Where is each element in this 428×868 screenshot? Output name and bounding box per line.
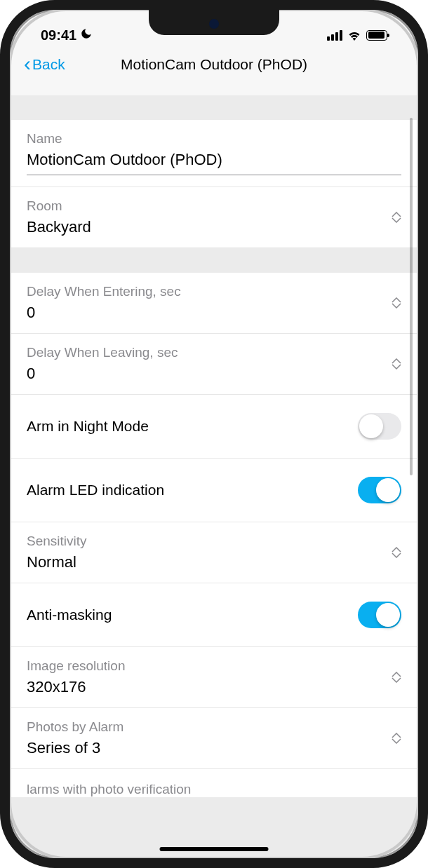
- delay-leave-value: 0: [27, 365, 401, 383]
- delay-enter-value: 0: [27, 304, 401, 322]
- navigation-bar: ‹ Back MotionCam Outdoor (PhOD): [11, 45, 417, 84]
- phone-frame: 09:41 ‹ Back MotionCam Outdoor: [0, 0, 428, 868]
- stepper-icon: [392, 358, 401, 369]
- clock: 09:41: [41, 27, 76, 43]
- sensitivity-value: Normal: [27, 553, 401, 571]
- stepper-icon: [392, 547, 401, 558]
- wifi-icon: [347, 30, 361, 41]
- arm-night-row: Arm in Night Mode: [11, 395, 417, 459]
- resolution-cell[interactable]: Image resolution 320x176: [11, 647, 417, 708]
- status-right-icons: [327, 30, 387, 41]
- screen: 09:41 ‹ Back MotionCam Outdoor: [11, 11, 417, 857]
- notch: [149, 10, 279, 35]
- room-cell[interactable]: Room Backyard: [11, 187, 417, 248]
- delay-enter-cell[interactable]: Delay When Entering, sec 0: [11, 273, 417, 334]
- sensitivity-label: Sensitivity: [27, 534, 401, 549]
- page-title: MotionCam Outdoor (PhOD): [121, 56, 307, 73]
- name-cell[interactable]: Name: [11, 120, 417, 187]
- name-input[interactable]: [27, 151, 401, 175]
- arm-night-toggle[interactable]: [358, 413, 401, 440]
- status-time-area: 09:41: [41, 27, 93, 43]
- photos-label: Photos by Alarm: [27, 719, 401, 735]
- name-label: Name: [27, 131, 401, 147]
- sensitivity-cell[interactable]: Sensitivity Normal: [11, 522, 417, 583]
- photos-value: Series of 3: [27, 739, 401, 757]
- alarm-led-toggle[interactable]: [358, 477, 401, 503]
- anti-masking-row: Anti-masking: [11, 583, 417, 647]
- resolution-label: Image resolution: [27, 658, 401, 674]
- cellular-icon: [327, 30, 342, 41]
- delay-leave-label: Delay When Leaving, sec: [27, 345, 401, 360]
- stepper-icon: [392, 212, 401, 223]
- scrollbar[interactable]: [410, 118, 413, 475]
- home-indicator[interactable]: [160, 847, 269, 851]
- battery-icon: [366, 30, 387, 41]
- room-value: Backyard: [27, 218, 401, 236]
- chevron-left-icon: ‹: [24, 53, 31, 74]
- room-label: Room: [27, 198, 401, 214]
- alarm-led-row: Alarm LED indication: [11, 459, 417, 522]
- delay-leave-cell[interactable]: Delay When Leaving, sec 0: [11, 334, 417, 395]
- anti-masking-label: Anti-masking: [27, 606, 112, 623]
- stepper-icon: [392, 733, 401, 744]
- photos-cell[interactable]: Photos by Alarm Series of 3: [11, 708, 417, 769]
- delay-enter-label: Delay When Entering, sec: [27, 284, 401, 299]
- stepper-icon: [392, 297, 401, 308]
- alarm-led-label: Alarm LED indication: [27, 482, 164, 499]
- dnd-moon-icon: [80, 27, 93, 43]
- truncated-row: larms with photo verification: [11, 769, 417, 797]
- stepper-icon: [392, 672, 401, 683]
- anti-masking-toggle[interactable]: [358, 602, 401, 628]
- arm-night-label: Arm in Night Mode: [27, 418, 149, 435]
- back-button[interactable]: ‹ Back: [24, 55, 65, 74]
- back-label: Back: [32, 56, 65, 73]
- settings-scroll[interactable]: Name Room Backyard Delay When Entering, …: [11, 95, 417, 857]
- resolution-value: 320x176: [27, 678, 401, 696]
